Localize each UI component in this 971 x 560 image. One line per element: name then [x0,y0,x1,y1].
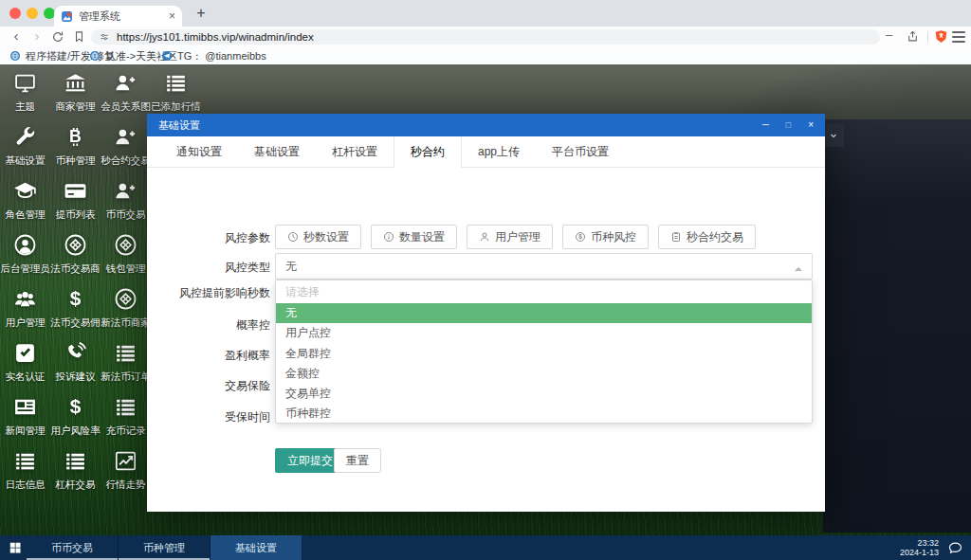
bookmark-item[interactable]: TG： @tianmeibbs [161,49,266,63]
tab-leverage-settings[interactable]: 杠杆设置 [316,136,394,167]
macos-close-button[interactable] [9,8,21,19]
globe-favicon-icon [89,50,101,62]
quantity-settings-button[interactable]: 数量设置 [371,225,457,249]
desktop-icon-deposit-records[interactable]: 充币记录 [101,395,151,446]
url-text[interactable]: https://jys101.timibbs.vip/winadmin/inde… [117,31,314,43]
desktop-icon-label: 后台管理员 [0,262,50,276]
coin-risk-button[interactable]: 币种风控 [562,225,649,249]
user-plus-icon [114,71,137,95]
window-close-button[interactable]: × [808,114,814,136]
pre-impact-seconds-label: 风控提前影响秒数 [147,285,270,301]
desktop-icon-label: 日志信息 [0,479,50,492]
desktop-icon-admin-users[interactable]: 后台管理员 [0,233,50,284]
coin-icon [114,233,137,257]
tab-notify-settings[interactable]: 通知设置 [160,136,238,167]
tab-title: 管理系统 [79,9,169,24]
forward-button[interactable]: › [28,27,46,44]
brave-shield-icon[interactable] [934,29,948,44]
taskbar-item-coin-trade[interactable]: 币币交易 [27,535,119,560]
desktop-icon-label: 用户风险率 [50,425,101,438]
desktop-icon-label: 新法币商家 [101,316,151,330]
desktop-icon-label: 法币交易商 [50,262,101,276]
desktop-icon-coin-trade[interactable]: 币币交易 [101,179,151,230]
start-grid-icon[interactable] [9,541,22,554]
desktop-icon-new-fiat-orders[interactable]: 新法币订单 [101,341,151,392]
window-minimize-button[interactable]: ─ [762,114,769,136]
menu-icon[interactable] [952,31,965,43]
reset-button[interactable]: 重置 [334,448,381,473]
user-circle-icon [13,233,37,257]
coin-icon [64,233,87,257]
taskbar-item-coin-management[interactable]: 币种管理 [119,535,211,560]
user-management-button[interactable]: 用户管理 [467,225,553,249]
desktop-icon-coin-management[interactable]: 币种管理 [50,125,101,176]
risk-type-select[interactable]: 无 [275,253,813,280]
desktop-icon-fiat-merchants[interactable]: 法币交易商 [50,233,101,284]
dropdown-option-coin-group-control[interactable]: 币种群控 [276,404,812,424]
settings-window: 基础设置 ─ □ × 通知设置 基础设置 杠杆设置 秒合约 app上传 平台币设… [147,114,825,512]
desktop-icon-wallet-management[interactable]: 钱包管理 [101,233,151,284]
back-button[interactable]: ‹ [8,27,25,44]
new-tab-button[interactable]: + [192,4,211,23]
desktop-icon-theme[interactable]: 主题 [0,71,50,122]
risk-param-buttons: 秒数设置 数量设置 用户管理 币种风控 秒合约交易 [275,225,756,249]
desktop-icon-fiat-commission[interactable]: 法币交易佣 [50,287,101,338]
settings-content: 风控参数 秒数设置 数量设置 用户管理 币种风控 秒合约交易 风控类型 无 风控… [147,168,825,511]
taskbar-clock: 23:32 2024-1-13 [900,538,939,557]
chat-bubble-icon[interactable] [947,540,963,556]
desktop-icon-user-management[interactable]: 用户管理 [0,287,50,338]
dollar-circle-icon [575,231,586,243]
desktop-icon-log-info[interactable]: 日志信息 [0,449,50,500]
desktop-icon-label: 币币交易 [101,208,151,222]
seconds-settings-button[interactable]: 秒数设置 [275,225,361,249]
desktop-icon-complaints[interactable]: 投诉建议 [50,341,101,392]
dropdown-option-user-point-control[interactable]: 用户点控 [276,323,812,343]
dropdown-option-none[interactable]: 无 [276,303,812,323]
desktop-icon-label: 新闻管理 [0,425,50,438]
desktop-icon-new-fiat-merchants[interactable]: 新法币商家 [101,287,151,338]
user-icon [479,231,490,243]
desktop-icon-label: 行情走势 [101,479,151,492]
dropdown-option-order-control[interactable]: 交易单控 [276,384,812,404]
tune-icon[interactable] [100,32,109,42]
tab-close-icon[interactable]: × [169,9,175,23]
contract-trade-button[interactable]: 秒合约交易 [658,225,756,249]
tab-app-upload[interactable]: app上传 [462,136,536,167]
desktop-icon-withdraw-list[interactable]: 提币列表 [50,179,101,230]
extension-icon[interactable]: – [886,27,892,42]
desktop-icon-second-contract-trade[interactable]: 秒合约交易 [101,125,151,176]
url-bar[interactable]: https://jys101.timibbs.vip/winadmin/inde… [91,29,880,45]
dollar-icon [64,395,87,419]
desktop-icon-role-management[interactable]: 角色管理 [0,179,50,230]
risk-params-label: 风控参数 [147,230,270,246]
desktop-icon-merchant-management[interactable]: 商家管理 [50,71,101,122]
probability-control-label: 概率控 [147,317,270,334]
dropdown-option-amount-control[interactable]: 金额控 [276,364,812,384]
bookmark-icon[interactable] [73,30,85,43]
desktop-icon-market-trend[interactable]: 行情走势 [101,449,151,500]
window-titlebar[interactable]: 基础设置 ─ □ × [147,114,825,136]
reload-button[interactable] [51,30,64,44]
browser-tab[interactable]: 管理系统 × [54,6,182,27]
tab-second-contract[interactable]: 秒合约 [394,136,462,168]
desktop-icon-news-management[interactable]: 新闻管理 [0,395,50,446]
desktop-icon-kyc[interactable]: 实名认证 [0,341,50,392]
tab-basic-settings[interactable]: 基础设置 [238,136,316,167]
drawer-toggle-button[interactable] [823,124,844,147]
dropdown-option-global-group-control[interactable]: 全局群控 [276,344,812,364]
macos-minimize-button[interactable] [27,8,38,19]
share-icon[interactable] [907,30,919,43]
desktop-icon-basic-settings[interactable]: 基础设置 [0,125,50,176]
taskbar-item-basic-settings[interactable]: 基础设置 [211,535,302,560]
desktop-icon-leverage-trade[interactable]: 杠杆交易 [50,449,101,500]
phone-volume-icon [64,341,87,365]
user-plus-icon [114,125,137,149]
desktop-icon-member-relations[interactable]: 会员关系图 [101,71,151,122]
credit-card-icon [64,179,87,203]
tab-platform-coin[interactable]: 平台币设置 [536,136,625,167]
window-maximize-button[interactable]: □ [786,114,791,136]
bitcoin-icon [64,125,87,149]
desktop-icon-user-risk-rate[interactable]: 用户风险率 [50,395,101,446]
screen: 管理系统 × + ‹ › https://jys101.timibbs.vip/… [0,0,971,560]
clock-icon [287,231,299,243]
